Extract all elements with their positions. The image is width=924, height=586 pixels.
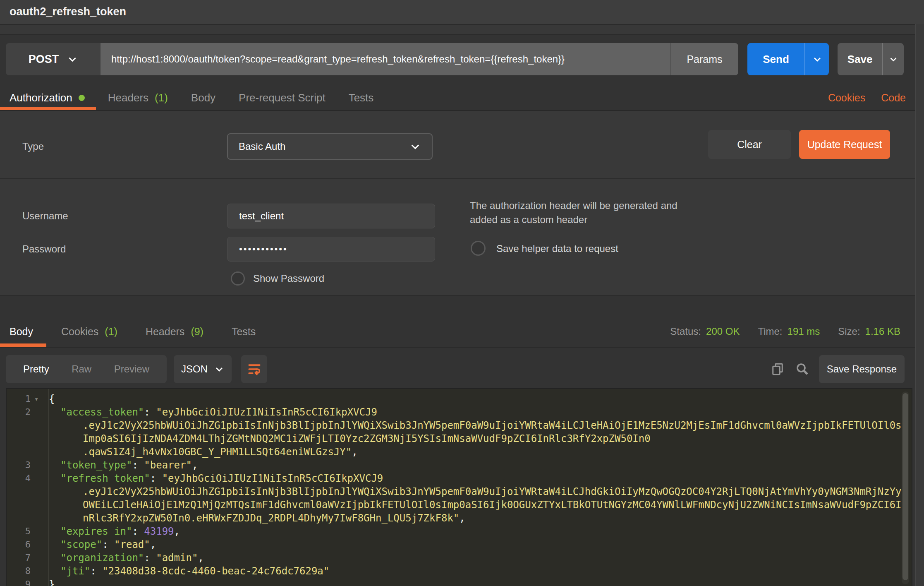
code-line: .eyJ1c2VyX25hbWUiOiJhZG1pbiIsInNjb3BlIjp… bbox=[7, 419, 912, 432]
tab-prerequest-script[interactable]: Pre-request Script bbox=[239, 91, 326, 104]
url-input[interactable]: http://host1:8000/oauth/token?scope=read… bbox=[101, 43, 670, 75]
code-text: .eyJ1c2VyX25hbWUiOiJhZG1pbiIsInNjb3BlIjp… bbox=[42, 419, 902, 432]
tab-prerequest-label: Pre-request Script bbox=[239, 91, 326, 104]
save-button[interactable]: Save bbox=[838, 43, 882, 75]
size-label: Size: bbox=[838, 326, 860, 337]
request-title: oauth2_refresh_token bbox=[10, 0, 126, 23]
code-line: .qawS1Z4j_h4vNx10GBC_Y_PHM1LLSQt64eniWLG… bbox=[7, 445, 912, 459]
response-tab-body-label: Body bbox=[10, 326, 33, 338]
time-value: 191 ms bbox=[788, 326, 820, 337]
auth-helper-line2: added as a custom header bbox=[470, 213, 701, 227]
line-number bbox=[7, 432, 31, 445]
code-line: 8"jti": "23408d38-8cdc-4460-beac-24c76dc… bbox=[7, 564, 912, 578]
code-text: Imp0aSI6IjIzNDA4ZDM4LThjZGMtNDQ2MC1iZWFj… bbox=[42, 432, 651, 445]
password-field[interactable]: ••••••••••• bbox=[227, 237, 435, 262]
view-pretty-button[interactable]: Pretty bbox=[23, 363, 49, 375]
postman-window: oauth2_refresh_token POST http://host1:8… bbox=[0, 0, 924, 586]
section-divider bbox=[0, 178, 924, 179]
tab-tests[interactable]: Tests bbox=[349, 91, 374, 104]
line-number: 4 bbox=[7, 472, 31, 485]
save-options-button[interactable] bbox=[882, 43, 904, 75]
fold-caret-spacer bbox=[31, 498, 42, 512]
code-line: 1▾{ bbox=[7, 392, 912, 406]
response-tab-tests-label: Tests bbox=[232, 326, 256, 338]
code-text: .qawS1Z4j_h4vNx10GBC_Y_PHM1LLSQt64eniWLG… bbox=[42, 445, 358, 459]
save-response-button[interactable]: Save Response bbox=[819, 355, 905, 383]
send-button[interactable]: Send bbox=[747, 43, 804, 75]
response-tab-headers-label: Headers bbox=[146, 326, 185, 338]
tab-body[interactable]: Body bbox=[191, 91, 215, 104]
status-label: Status: bbox=[670, 326, 701, 337]
method-select[interactable]: POST bbox=[6, 43, 101, 75]
fold-caret-icon[interactable]: ▾ bbox=[31, 392, 42, 406]
line-number bbox=[7, 485, 31, 498]
tab-headers[interactable]: Headers (1) bbox=[108, 91, 168, 104]
response-format-select[interactable]: JSON bbox=[174, 355, 232, 383]
cookies-link[interactable]: Cookies bbox=[828, 92, 865, 104]
auth-type-value: Basic Auth bbox=[239, 141, 409, 152]
auth-type-select[interactable]: Basic Auth bbox=[227, 133, 433, 160]
request-bar: POST http://host1:8000/oauth/token?scope… bbox=[6, 43, 904, 75]
search-icon bbox=[795, 362, 810, 377]
response-header: Body Cookies (1) Headers (9) Tests Statu… bbox=[0, 317, 924, 348]
fold-caret-spacer bbox=[31, 445, 42, 459]
fold-caret-spacer bbox=[31, 578, 42, 586]
search-response-button[interactable] bbox=[793, 360, 811, 378]
auth-configured-dot bbox=[79, 95, 85, 101]
response-body-viewer[interactable]: 1▾{2"access_token": "eyJhbGciOiJIUzI1NiI… bbox=[6, 388, 912, 586]
view-preview-button[interactable]: Preview bbox=[114, 363, 149, 375]
code-text: OWEiLCJleHAiOjE1MzQ1MjQzMTQsImF1dGhvcml0… bbox=[42, 498, 902, 512]
code-scrollbar-thumb[interactable] bbox=[902, 393, 908, 580]
fold-caret-spacer bbox=[31, 419, 42, 432]
fold-caret-spacer bbox=[31, 432, 42, 445]
tab-authorization[interactable]: Authorization bbox=[10, 91, 85, 104]
chevron-down-icon bbox=[812, 54, 822, 64]
fold-caret-spacer bbox=[31, 406, 42, 419]
show-password-label: Show Password bbox=[253, 271, 324, 286]
line-number: 6 bbox=[7, 538, 31, 551]
response-tab-headers[interactable]: Headers (9) bbox=[146, 326, 203, 338]
response-cookies-count: (1) bbox=[105, 326, 117, 338]
tab-headers-label: Headers bbox=[108, 91, 148, 104]
request-title-bar: oauth2_refresh_token bbox=[0, 0, 924, 25]
size-metric: Size: 1.16 KB bbox=[838, 326, 900, 337]
code-link[interactable]: Code bbox=[881, 92, 906, 104]
gutter-divider bbox=[48, 389, 49, 586]
word-wrap-button[interactable] bbox=[241, 355, 267, 383]
password-label: Password bbox=[22, 237, 66, 262]
code-line: 9} bbox=[7, 578, 912, 586]
code-line: 6"scope": "read", bbox=[7, 538, 912, 551]
url-bar: http://host1:8000/oauth/token?scope=read… bbox=[101, 43, 738, 75]
show-password-radio[interactable] bbox=[231, 271, 245, 286]
line-number: 3 bbox=[7, 459, 31, 472]
response-tab-cookies[interactable]: Cookies (1) bbox=[61, 326, 117, 338]
send-options-button[interactable] bbox=[804, 43, 829, 75]
code-text: .eyJ1c2VyX25hbWUiOiJhZG1pbiIsInNjb3BlIjp… bbox=[42, 485, 902, 498]
response-headers-count: (9) bbox=[191, 326, 203, 338]
response-tab-tests[interactable]: Tests bbox=[232, 326, 256, 338]
send-button-group: Send bbox=[747, 43, 829, 75]
line-number: 2 bbox=[7, 406, 31, 419]
line-number bbox=[7, 419, 31, 432]
line-number: 1 bbox=[7, 392, 31, 406]
username-field[interactable]: test_client bbox=[227, 204, 435, 228]
word-wrap-icon bbox=[247, 362, 261, 376]
tab-tests-label: Tests bbox=[349, 91, 374, 104]
fold-caret-spacer bbox=[31, 472, 42, 485]
chevron-down-icon bbox=[214, 364, 224, 374]
copy-response-button[interactable] bbox=[768, 360, 787, 378]
save-button-group: Save bbox=[838, 43, 904, 75]
clear-button[interactable]: Clear bbox=[708, 130, 791, 159]
update-request-button[interactable]: Update Request bbox=[799, 130, 890, 159]
code-text: "scope": "read", bbox=[42, 538, 156, 551]
title-sub-band bbox=[0, 25, 924, 35]
code-line: 5"expires_in": 43199, bbox=[7, 525, 912, 538]
fold-caret-spacer bbox=[31, 564, 42, 578]
response-tab-body[interactable]: Body bbox=[10, 326, 33, 338]
code-text: "organization": "admin", bbox=[42, 551, 204, 564]
view-raw-button[interactable]: Raw bbox=[72, 363, 91, 375]
code-line: 2"access_token": "eyJhbGciOiJIUzI1NiIsIn… bbox=[7, 406, 912, 419]
save-helper-radio[interactable] bbox=[471, 241, 486, 256]
params-button[interactable]: Params bbox=[671, 43, 738, 75]
method-value: POST bbox=[29, 53, 59, 66]
